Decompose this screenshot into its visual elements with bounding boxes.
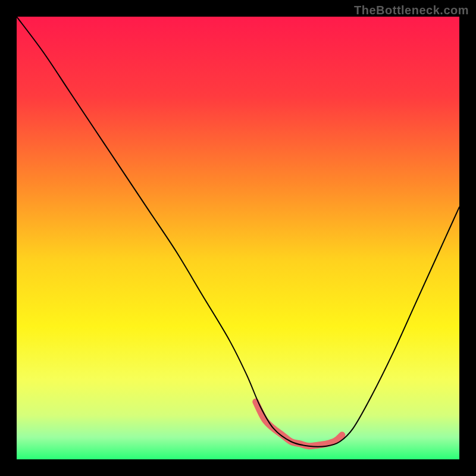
site-watermark: TheBottleneck.com	[354, 4, 469, 17]
bottleneck-plot	[0, 0, 476, 476]
chart-stage: TheBottleneck.com	[0, 0, 476, 476]
plot-background	[17, 17, 459, 459]
